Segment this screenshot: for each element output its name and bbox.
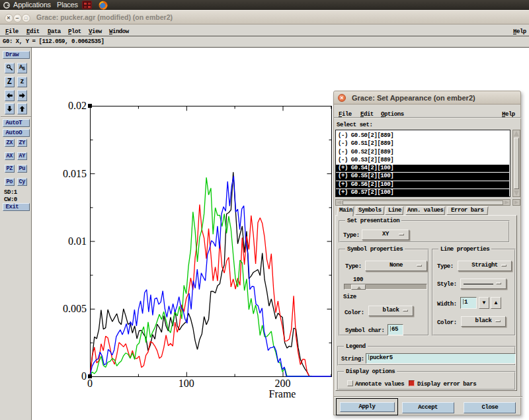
- svg-text:0.02: 0.02: [68, 100, 87, 111]
- svg-text:100: 100: [179, 378, 194, 389]
- svg-text:0: 0: [87, 378, 93, 389]
- svg-text:200: 200: [275, 378, 291, 389]
- svg-text:0.015: 0.015: [63, 168, 87, 179]
- svg-text:0.01: 0.01: [68, 235, 87, 247]
- svg-text:0.005: 0.005: [63, 303, 87, 314]
- svg-text:Frame: Frame: [269, 388, 296, 399]
- svg-text:0: 0: [81, 370, 87, 382]
